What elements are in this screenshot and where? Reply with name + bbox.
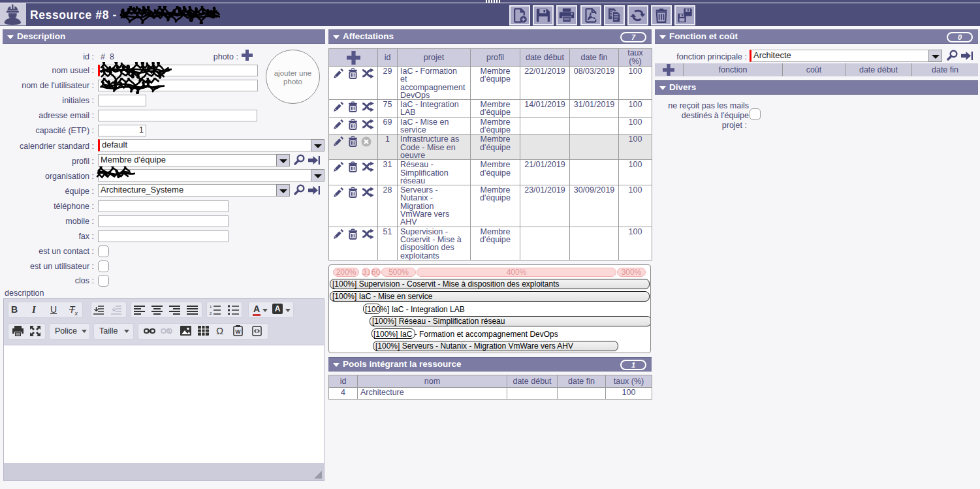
- svg-text:W: W: [236, 328, 242, 335]
- svg-text:1: 1: [210, 305, 212, 309]
- svg-text:2: 2: [210, 311, 212, 315]
